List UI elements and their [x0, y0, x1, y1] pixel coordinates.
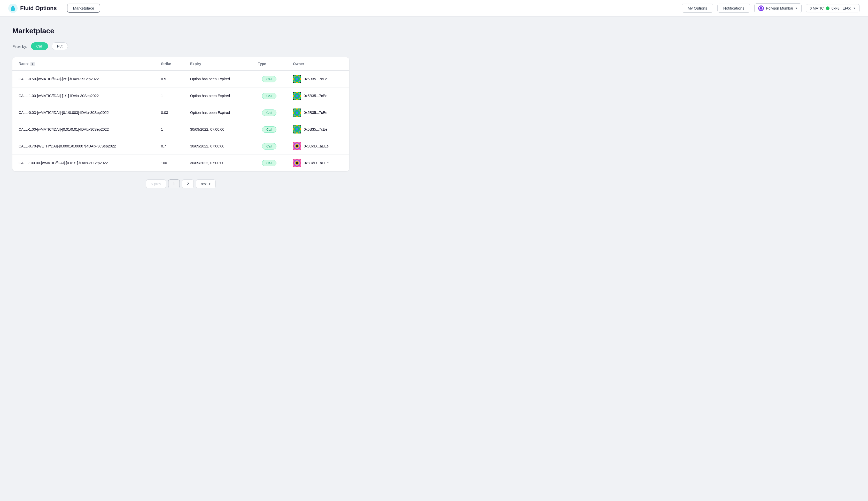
page-2-button[interactable]: 2	[182, 180, 194, 188]
row-owner: 0x5B35...7cEe	[287, 71, 349, 87]
row-name: CALL-0.70-[WETH/fDAI]-[0.0001/0.00007]-f…	[12, 138, 155, 155]
row-type: Call	[252, 155, 287, 171]
row-strike: 0.5	[155, 71, 184, 87]
svg-point-8	[759, 7, 760, 8]
polygon-icon	[758, 6, 764, 11]
owner-avatar	[293, 159, 301, 167]
row-type: Call	[252, 121, 287, 138]
wallet-status-icon	[826, 7, 829, 10]
owner-avatar	[293, 75, 301, 83]
filter-row: Filter by: Call Put	[12, 42, 349, 50]
filter-call-button[interactable]: Call	[31, 42, 48, 50]
col-strike: Strike	[155, 57, 184, 71]
col-name: Name ℹ	[12, 57, 155, 71]
svg-point-6	[761, 10, 762, 10]
page-title: Marketplace	[12, 27, 349, 35]
chevron-down-icon: ▼	[795, 7, 798, 10]
app-title: Fluid Options	[20, 5, 57, 12]
row-strike: 1	[155, 121, 184, 138]
row-expiry: 30/09/2022, 07:00:00	[184, 121, 252, 138]
table-row[interactable]: CALL-0.03-[wMATIC/fDAI]-[0.1/0.003]-fDAI…	[12, 104, 349, 121]
row-type: Call	[252, 104, 287, 121]
table-row[interactable]: CALL-1.00-[wMATIC/fDAI]-[1/1]-fDAIx-30Se…	[12, 87, 349, 104]
owner-address: 0x8DdD...aEEe	[304, 161, 329, 165]
name-info-icon: ℹ	[31, 62, 35, 66]
col-owner: Owner	[287, 57, 349, 71]
owner-address: 0x8DdD...aEEe	[304, 144, 329, 148]
filter-put-button[interactable]: Put	[52, 42, 68, 50]
wallet-address: 0xF3...EF0c	[832, 6, 851, 10]
row-strike: 100	[155, 155, 184, 171]
row-name: CALL-0.03-[wMATIC/fDAI]-[0.1/0.003]-fDAI…	[12, 104, 155, 121]
row-strike: 0.03	[155, 104, 184, 121]
row-strike: 1	[155, 87, 184, 104]
next-page-button[interactable]: next >	[196, 180, 216, 188]
row-type: Call	[252, 138, 287, 155]
main-content: Marketplace Filter by: Call Put Name ℹ S…	[0, 17, 362, 199]
page-1-button[interactable]: 1	[168, 180, 180, 188]
owner-avatar	[293, 125, 301, 134]
owner-avatar	[293, 142, 301, 150]
options-table: Name ℹ Strike Expiry Type Owner CALL-0.5…	[12, 57, 349, 171]
svg-point-5	[762, 9, 763, 9]
col-type: Type	[252, 57, 287, 71]
owner-address: 0x5B35...7cEe	[304, 94, 327, 98]
row-owner: 0x5B35...7cEe	[287, 121, 349, 138]
filter-label: Filter by:	[12, 44, 28, 49]
row-name: CALL-1.00-[wMATIC/fDAI]-[1/1]-fDAIx-30Se…	[12, 87, 155, 104]
header-right: My Options Notifications Polygon Mumbai …	[682, 3, 860, 13]
row-name: CALL-1.00-[wMATIC/fDAI]-[0.01/0.01]-fDAI…	[12, 121, 155, 138]
marketplace-nav-button[interactable]: Marketplace	[67, 4, 100, 13]
logo: Fluid Options	[8, 4, 57, 13]
pagination: < prev 1 2 next >	[12, 180, 349, 188]
my-options-nav-button[interactable]: My Options	[682, 4, 713, 13]
row-expiry: 30/09/2022, 07:00:00	[184, 138, 252, 155]
svg-point-3	[761, 6, 762, 7]
owner-address: 0x5B35...7cEe	[304, 77, 327, 81]
owner-avatar	[293, 92, 301, 100]
owner-address: 0x5B35...7cEe	[304, 127, 327, 131]
row-type: Call	[252, 71, 287, 87]
table-row[interactable]: CALL-100.00-[wMATIC/fDAI]-[0.01/1]-fDAIx…	[12, 155, 349, 171]
col-expiry: Expiry	[184, 57, 252, 71]
row-strike: 0.7	[155, 138, 184, 155]
row-type: Call	[252, 87, 287, 104]
row-name: CALL-100.00-[wMATIC/fDAI]-[0.01/1]-fDAIx…	[12, 155, 155, 171]
logo-icon	[8, 4, 18, 13]
svg-point-7	[759, 9, 760, 9]
wallet-balance: 0 MATIC	[809, 6, 824, 10]
svg-point-4	[762, 7, 763, 8]
row-name: CALL-0.50-[wMATIC/fDAI]-[2/1]-fDAIx-29Se…	[12, 71, 155, 87]
row-owner: 0x8DdD...aEEe	[287, 138, 349, 155]
row-expiry: Option has been Expired	[184, 71, 252, 87]
owner-avatar	[293, 108, 301, 117]
wallet-button[interactable]: 0 MATIC 0xF3...EF0c ▼	[806, 4, 860, 12]
table-row[interactable]: CALL-0.50-[wMATIC/fDAI]-[2/1]-fDAIx-29Se…	[12, 71, 349, 87]
row-expiry: 30/09/2022, 07:00:00	[184, 155, 252, 171]
network-selector[interactable]: Polygon Mumbai ▼	[754, 3, 802, 13]
row-expiry: Option has been Expired	[184, 87, 252, 104]
network-label: Polygon Mumbai	[766, 6, 793, 10]
row-expiry: Option has been Expired	[184, 104, 252, 121]
row-owner: 0x5B35...7cEe	[287, 87, 349, 104]
prev-page-button[interactable]: < prev	[146, 180, 166, 188]
wallet-chevron-icon: ▼	[853, 7, 856, 10]
notifications-nav-button[interactable]: Notifications	[717, 4, 750, 13]
row-owner: 0x8DdD...aEEe	[287, 155, 349, 171]
header: Fluid Options Marketplace My Options Not…	[0, 0, 868, 17]
table-row[interactable]: CALL-1.00-[wMATIC/fDAI]-[0.01/0.01]-fDAI…	[12, 121, 349, 138]
table-header-row: Name ℹ Strike Expiry Type Owner	[12, 57, 349, 71]
row-owner: 0x5B35...7cEe	[287, 104, 349, 121]
owner-address: 0x5B35...7cEe	[304, 110, 327, 115]
table-row[interactable]: CALL-0.70-[WETH/fDAI]-[0.0001/0.00007]-f…	[12, 138, 349, 155]
